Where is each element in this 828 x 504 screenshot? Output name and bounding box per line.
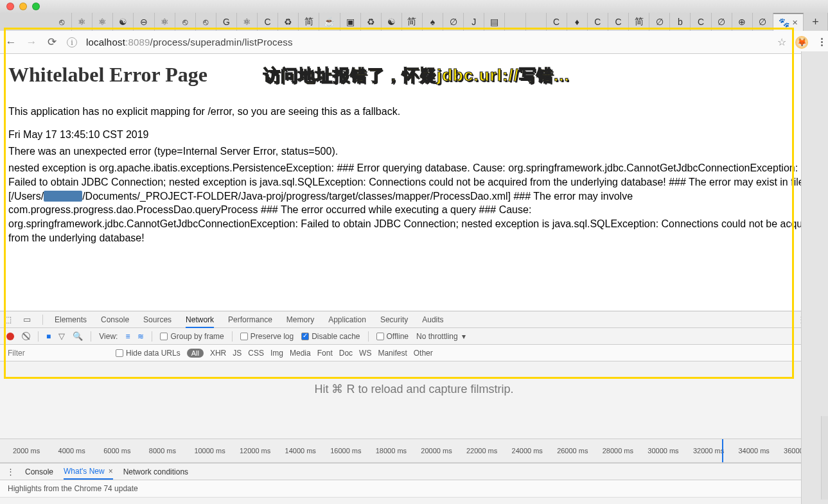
browser-tab[interactable]: ∅ [649,13,670,31]
devtools-tab-audits[interactable]: Audits [422,315,443,324]
browser-tab[interactable]: ⎋ [51,13,72,31]
hide-data-urls-checkbox[interactable]: Hide data URLs [116,349,181,358]
filter-input[interactable] [6,348,109,358]
browser-tab[interactable]: ▣ [340,13,361,31]
profile-avatar-icon[interactable]: 🦊 [795,36,808,49]
browser-tab[interactable]: J [464,13,484,31]
filter-chip-other[interactable]: Other [414,349,433,358]
filter-chip-all[interactable]: All [187,349,204,358]
devtools-tab-sources[interactable]: Sources [143,315,172,324]
bookmark-star-icon[interactable]: ☆ [777,36,786,48]
browser-tab[interactable]: C [258,13,278,31]
browser-tab[interactable]: ⎋ [196,13,216,31]
favicon-icon: ☕ [324,17,335,27]
filter-chip-js[interactable]: JS [233,349,242,358]
filter-chip-media[interactable]: Media [290,349,311,358]
preserve-log-checkbox[interactable]: Preserve log [240,332,294,341]
disable-cache-checkbox[interactable]: Disable cache [301,332,360,341]
group-by-frame-checkbox[interactable]: Group by frame [160,332,224,341]
browser-tab[interactable]: 简 [402,13,423,31]
browser-tab[interactable]: ⚛ [92,13,113,31]
browser-tab-active[interactable]: 🐾✕ [773,13,804,31]
browser-tab[interactable]: ☯ [113,13,134,31]
new-tab-button[interactable]: + [804,13,828,31]
reload-hint: Hit ⌘ R to reload and capture filmstrip. [314,382,513,396]
throttling-select[interactable]: No throttling ▾ [416,332,466,341]
devtools-tab-security[interactable]: Security [380,315,408,324]
drawer-tab-console[interactable]: Console [25,467,53,476]
browser-menu-icon[interactable] [821,38,823,46]
browser-tab[interactable]: C [608,13,629,31]
browser-tab[interactable]: ⚛ [155,13,175,31]
forward-icon[interactable]: → [26,36,37,49]
devtools-tab-application[interactable]: Application [328,315,366,324]
maximize-window-icon[interactable] [32,3,40,10]
browser-tab[interactable]: ⊕ [732,13,753,31]
drawer-subtitle: Highlights from the Chrome 74 update [0,480,828,498]
devtools-tab-elements[interactable]: Elements [55,315,87,324]
devtools-tab-performance[interactable]: Performance [228,315,272,324]
preserve-label: Preserve log [251,332,294,341]
browser-tab[interactable]: ∅ [443,13,464,31]
browser-tab[interactable]: ▤ [484,13,505,31]
browser-tab[interactable]: ♠ [423,13,443,31]
network-timeline[interactable]: 2000 ms4000 ms6000 ms8000 ms10000 ms1200… [0,439,828,463]
filter-chip-img[interactable]: Img [270,349,283,358]
filter-chip-manifest[interactable]: Manifest [378,349,407,358]
drawer-tab-network-conditions[interactable]: Network conditions [123,467,188,476]
browser-tab[interactable]: ⚛ [237,13,258,31]
favicon-icon: C [615,17,621,27]
close-tab-icon[interactable]: × [109,467,113,476]
drawer-tab-whatsnew[interactable]: What's New × [64,467,113,480]
filter-chip-ws[interactable]: WS [359,349,371,358]
large-rows-icon[interactable]: ≡ [125,332,130,341]
devtools-tab-network[interactable]: Network [186,315,214,328]
record-icon[interactable] [6,333,14,340]
devtools-tab-console[interactable]: Console [101,315,129,324]
search-icon[interactable]: 🔍 [73,331,83,341]
browser-tab[interactable]: ∅ [712,13,732,31]
browser-tab[interactable]: ☕ [319,13,340,31]
browser-tab[interactable]: C [691,13,711,31]
timeline-tick: 24000 ms [512,447,558,455]
browser-tab[interactable]: ⊖ [134,13,154,31]
reload-icon[interactable]: ⟳ [46,35,58,49]
drawer-scrollbar[interactable] [821,416,828,500]
browser-tab[interactable]: C [588,13,608,31]
site-info-icon[interactable]: i [67,37,77,48]
browser-tab[interactable]: ⎋ [175,13,196,31]
filter-chip-doc[interactable]: Doc [339,349,353,358]
browser-tab[interactable]: ♦ [567,13,588,31]
devtools-tab-memory[interactable]: Memory [286,315,314,324]
browser-tab[interactable] [526,13,547,31]
drawer-menu-icon[interactable]: ⋮ [6,467,15,476]
close-window-icon[interactable] [6,3,14,10]
browser-tab[interactable]: C [547,13,567,31]
address-bar[interactable]: localhost:8089/process/superadmin/listPr… [86,37,768,48]
close-tab-icon[interactable]: ✕ [792,19,798,27]
clear-icon[interactable] [22,332,30,340]
overview-icon[interactable]: ≋ [137,332,144,341]
throttle-label: No throttling [416,332,458,341]
browser-tab[interactable]: 简 [299,13,319,31]
browser-tab[interactable]: ♻ [361,13,382,31]
browser-tab[interactable]: ∅ [753,13,773,31]
browser-tab[interactable]: ☯ [382,13,402,31]
filter-chip-font[interactable]: Font [317,349,333,358]
filter-chip-xhr[interactable]: XHR [210,349,226,358]
device-toggle-icon[interactable]: ▭ [23,315,31,324]
browser-tab[interactable]: b [670,13,691,31]
filter-chip-css[interactable]: CSS [248,349,264,358]
minimize-window-icon[interactable] [19,3,27,10]
browser-tab[interactable]: 简 [629,13,649,31]
browser-tab[interactable]: G [216,13,237,31]
browser-tab[interactable] [505,13,525,31]
browser-tab[interactable]: ⚛ [72,13,92,31]
fallback-text: This application has no explicit mapping… [8,105,820,119]
browser-tab[interactable]: ♻ [278,13,299,31]
offline-checkbox[interactable]: Offline [376,332,409,341]
camera-icon[interactable]: ■ [46,332,51,341]
inspect-icon[interactable]: ⬚ [4,315,12,324]
filter-toggle-icon[interactable]: ▽ [58,331,65,341]
back-icon[interactable]: ← [5,36,17,49]
